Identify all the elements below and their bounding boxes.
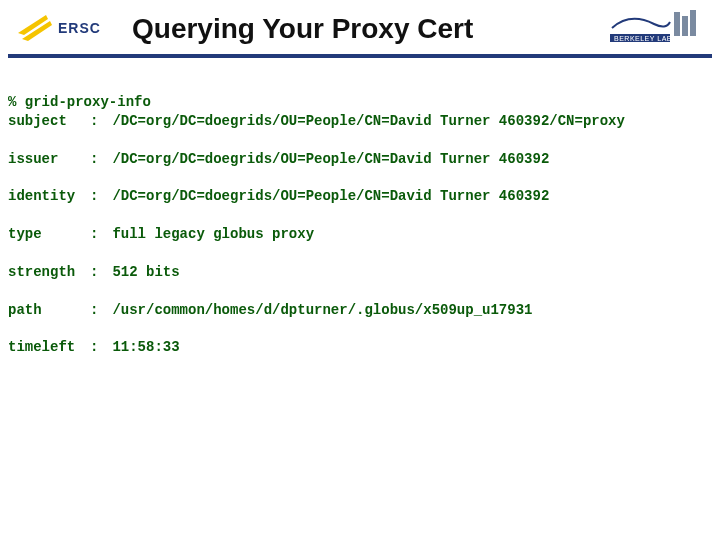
- field-sep: :: [90, 263, 104, 282]
- field-key: identity: [8, 187, 90, 206]
- field-sep: :: [90, 187, 104, 206]
- field-sep: :: [90, 338, 104, 357]
- field-sep: :: [90, 150, 104, 169]
- field-value: /DC=org/DC=doegrids/OU=People/CN=David T…: [112, 151, 549, 167]
- terminal-output: % grid-proxy-info subject: /DC=org/DC=do…: [0, 58, 720, 392]
- table-row: path: /usr/common/homes/d/dpturner/.glob…: [8, 301, 712, 320]
- field-key: path: [8, 301, 90, 320]
- field-value: full legacy globus proxy: [112, 226, 314, 242]
- svg-text:ERSC: ERSC: [58, 20, 101, 36]
- nersc-logo: ERSC: [18, 13, 114, 45]
- field-key: subject: [8, 112, 90, 131]
- svg-rect-5: [690, 10, 696, 36]
- shell-prompt: %: [8, 94, 16, 110]
- command-text: grid-proxy-info: [25, 94, 151, 110]
- field-value: /usr/common/homes/d/dpturner/.globus/x50…: [112, 302, 532, 318]
- field-value: /DC=org/DC=doegrids/OU=People/CN=David T…: [112, 113, 624, 129]
- field-sep: :: [90, 112, 104, 131]
- field-key: issuer: [8, 150, 90, 169]
- field-value: 11:58:33: [112, 339, 179, 355]
- slide-header: ERSC Querying Your Proxy Cert BERKELEY L…: [0, 0, 720, 54]
- field-key: type: [8, 225, 90, 244]
- field-value: 512 bits: [112, 264, 179, 280]
- field-key: strength: [8, 263, 90, 282]
- field-sep: :: [90, 301, 104, 320]
- svg-text:BERKELEY LAB: BERKELEY LAB: [614, 35, 672, 42]
- table-row: strength: 512 bits: [8, 263, 712, 282]
- field-key: timeleft: [8, 338, 90, 357]
- field-value: /DC=org/DC=doegrids/OU=People/CN=David T…: [112, 188, 549, 204]
- table-row: type: full legacy globus proxy: [8, 225, 712, 244]
- prompt-line: % grid-proxy-info: [8, 94, 151, 110]
- table-row: issuer: /DC=org/DC=doegrids/OU=People/CN…: [8, 150, 712, 169]
- page-title: Querying Your Proxy Cert: [128, 13, 596, 45]
- table-row: subject: /DC=org/DC=doegrids/OU=People/C…: [8, 112, 712, 131]
- table-row: identity: /DC=org/DC=doegrids/OU=People/…: [8, 187, 712, 206]
- svg-rect-3: [674, 12, 680, 36]
- berkeley-lab-logo: BERKELEY LAB: [610, 10, 702, 48]
- field-sep: :: [90, 225, 104, 244]
- svg-rect-4: [682, 16, 688, 36]
- table-row: timeleft: 11:58:33: [8, 338, 712, 357]
